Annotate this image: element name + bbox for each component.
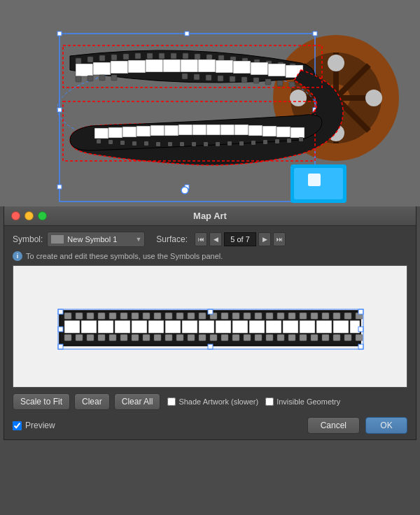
svg-rect-66 [277, 80, 283, 86]
symbol-name: New Symbol 1 [67, 235, 132, 244]
svg-rect-161 [143, 334, 150, 341]
shade-artwork-label[interactable]: Shade Artwork (slower) [167, 397, 258, 406]
svg-rect-184 [58, 344, 63, 349]
svg-rect-141 [148, 320, 164, 333]
svg-rect-148 [266, 320, 281, 333]
svg-rect-105 [308, 174, 321, 186]
svg-rect-144 [199, 320, 214, 333]
surface-first-button[interactable]: ⏮ [195, 232, 207, 246]
svg-rect-179 [344, 334, 351, 341]
svg-rect-61 [218, 76, 223, 81]
ok-button[interactable]: OK [365, 417, 407, 434]
preview-label: Preview [25, 421, 55, 430]
svg-rect-14 [185, 31, 189, 36]
info-row: i To create and edit these symbols, use … [13, 251, 407, 261]
svg-rect-117 [154, 313, 161, 319]
svg-rect-50 [233, 61, 251, 73]
svg-rect-48 [198, 59, 216, 72]
svg-rect-154 [64, 334, 71, 341]
preview-footer: Preview Cancel OK [13, 414, 407, 435]
svg-rect-77 [192, 125, 206, 135]
svg-rect-32 [195, 54, 200, 59]
svg-rect-30 [171, 53, 176, 59]
svg-rect-90 [156, 142, 160, 146]
invisible-geometry-checkbox[interactable] [265, 397, 274, 406]
svg-point-8 [328, 55, 344, 71]
svg-rect-99 [263, 140, 267, 144]
svg-rect-52 [268, 64, 286, 76]
svg-rect-76 [178, 125, 192, 135]
surface-prev-button[interactable]: ◀ [209, 232, 222, 246]
minimize-button[interactable] [24, 211, 34, 220]
svg-rect-172 [266, 334, 273, 341]
svg-rect-163 [165, 334, 172, 341]
scale-to-fit-button[interactable]: Scale to Fit [13, 393, 70, 410]
svg-rect-183 [358, 309, 363, 314]
svg-rect-73 [136, 126, 150, 136]
footer-buttons: Cancel OK [307, 417, 407, 434]
svg-rect-178 [333, 334, 340, 341]
svg-rect-26 [123, 54, 129, 59]
svg-rect-177 [322, 334, 329, 341]
canvas-area [0, 0, 420, 206]
svg-rect-167 [210, 334, 217, 341]
svg-rect-95 [216, 142, 220, 146]
svg-rect-43 [111, 61, 128, 73]
svg-rect-129 [288, 313, 295, 319]
svg-rect-121 [199, 313, 206, 319]
shade-artwork-checkbox[interactable] [167, 397, 176, 406]
svg-rect-182 [208, 309, 213, 314]
surface-last-button[interactable]: ⏭ [273, 232, 286, 246]
svg-rect-79 [220, 125, 234, 135]
svg-rect-16 [57, 185, 62, 189]
svg-rect-44 [128, 60, 146, 73]
dialog-window: Map Art Symbol: New Symbol 1 ▼ Surface: … [4, 206, 416, 440]
preview-checkbox[interactable] [13, 421, 22, 430]
svg-rect-185 [208, 344, 213, 349]
svg-rect-82 [262, 126, 276, 136]
svg-rect-113 [109, 313, 116, 319]
svg-rect-47 [181, 59, 198, 72]
svg-rect-181 [58, 309, 63, 314]
svg-rect-27 [135, 53, 141, 59]
info-text: To create and edit these symbols, use th… [26, 252, 223, 260]
svg-rect-131 [311, 313, 318, 319]
symbol-label: Symbol: [13, 234, 43, 244]
svg-rect-85 [97, 139, 101, 143]
svg-rect-136 [64, 320, 80, 333]
invisible-geometry-text: Invisible Geometry [276, 397, 340, 406]
svg-rect-137 [81, 320, 97, 333]
maximize-button[interactable] [38, 211, 47, 220]
svg-rect-75 [164, 125, 178, 136]
svg-rect-158 [109, 334, 116, 341]
svg-rect-130 [300, 313, 307, 319]
svg-rect-25 [111, 55, 117, 60]
svg-rect-72 [122, 127, 136, 137]
symbol-dropdown[interactable]: New Symbol 1 ▼ [47, 232, 145, 247]
svg-rect-115 [132, 313, 139, 319]
svg-rect-127 [266, 313, 273, 319]
surface-display: 5 of 7 [224, 232, 256, 246]
svg-rect-120 [188, 313, 195, 319]
svg-rect-110 [76, 313, 83, 319]
cancel-button[interactable]: Cancel [307, 417, 360, 434]
svg-point-10 [290, 90, 307, 106]
svg-rect-132 [322, 313, 329, 319]
svg-rect-51 [251, 62, 268, 75]
clear-all-button[interactable]: Clear All [114, 393, 161, 410]
invisible-geometry-label[interactable]: Invisible Geometry [265, 397, 340, 406]
svg-rect-56 [99, 75, 105, 80]
svg-rect-86 [108, 140, 113, 144]
svg-rect-126 [255, 313, 262, 319]
info-icon: i [13, 251, 22, 261]
clear-button[interactable]: Clear [74, 393, 110, 410]
surface-next-button[interactable]: ▶ [258, 232, 271, 246]
svg-rect-166 [199, 334, 206, 341]
preview-check[interactable]: Preview [13, 421, 55, 430]
svg-rect-59 [194, 74, 200, 80]
close-button[interactable] [11, 211, 20, 220]
svg-rect-83 [276, 127, 290, 137]
svg-rect-41 [76, 64, 93, 76]
svg-rect-84 [290, 127, 304, 138]
symbol-preview-icon [50, 234, 64, 244]
